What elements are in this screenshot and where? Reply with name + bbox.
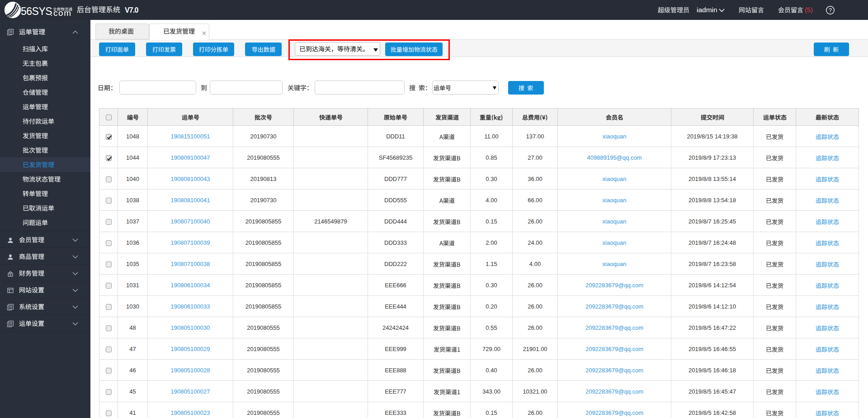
svg-text:?: ? xyxy=(829,7,832,14)
